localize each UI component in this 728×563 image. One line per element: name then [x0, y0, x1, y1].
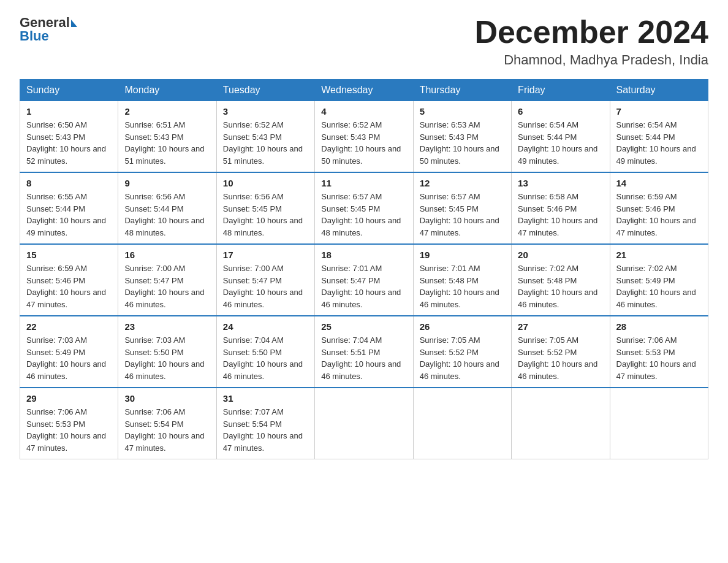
calendar-week-row: 22Sunrise: 7:03 AMSunset: 5:49 PMDayligh…	[20, 316, 708, 388]
calendar-day-cell: 23Sunrise: 7:03 AMSunset: 5:50 PMDayligh…	[118, 316, 216, 388]
calendar-day-cell: 25Sunrise: 7:04 AMSunset: 5:51 PMDayligh…	[315, 316, 413, 388]
calendar-day-cell: 12Sunrise: 6:57 AMSunset: 5:45 PMDayligh…	[413, 172, 511, 244]
day-info: Sunrise: 6:59 AMSunset: 5:46 PMDaylight:…	[616, 191, 702, 239]
day-number: 13	[518, 178, 603, 188]
calendar-day-cell: 21Sunrise: 7:02 AMSunset: 5:49 PMDayligh…	[610, 244, 708, 316]
calendar-day-cell: 20Sunrise: 7:02 AMSunset: 5:48 PMDayligh…	[512, 244, 610, 316]
day-info: Sunrise: 7:03 AMSunset: 5:49 PMDaylight:…	[26, 334, 112, 382]
day-info: Sunrise: 7:00 AMSunset: 5:47 PMDaylight:…	[223, 262, 308, 310]
day-number: 26	[420, 321, 505, 332]
day-info: Sunrise: 7:02 AMSunset: 5:49 PMDaylight:…	[616, 262, 702, 310]
day-info: Sunrise: 6:55 AMSunset: 5:44 PMDaylight:…	[26, 191, 112, 239]
calendar-day-cell: 16Sunrise: 7:00 AMSunset: 5:47 PMDayligh…	[118, 244, 216, 316]
day-number: 25	[321, 321, 406, 332]
day-number: 29	[26, 393, 112, 404]
day-number: 14	[616, 178, 702, 188]
calendar-day-cell: 6Sunrise: 6:54 AMSunset: 5:44 PMDaylight…	[512, 101, 610, 173]
day-number: 10	[223, 178, 308, 188]
location-subtitle: Dhamnod, Madhya Pradesh, India	[474, 52, 708, 68]
day-info: Sunrise: 7:05 AMSunset: 5:52 PMDaylight:…	[518, 334, 603, 382]
day-number: 23	[124, 321, 210, 332]
day-number: 7	[616, 106, 702, 117]
column-header-monday: Monday	[118, 80, 216, 101]
calendar-day-cell: 28Sunrise: 7:06 AMSunset: 5:53 PMDayligh…	[610, 316, 708, 388]
day-info: Sunrise: 7:00 AMSunset: 5:47 PMDaylight:…	[124, 262, 210, 310]
day-info: Sunrise: 7:01 AMSunset: 5:47 PMDaylight:…	[321, 262, 406, 310]
day-info: Sunrise: 7:02 AMSunset: 5:48 PMDaylight:…	[518, 262, 603, 310]
calendar-day-cell: 18Sunrise: 7:01 AMSunset: 5:47 PMDayligh…	[315, 244, 413, 316]
calendar-day-cell	[413, 388, 511, 459]
calendar-day-cell: 9Sunrise: 6:56 AMSunset: 5:44 PMDaylight…	[118, 172, 216, 244]
day-info: Sunrise: 6:50 AMSunset: 5:43 PMDaylight:…	[26, 119, 112, 167]
day-info: Sunrise: 7:07 AMSunset: 5:54 PMDaylight:…	[223, 406, 308, 454]
column-header-saturday: Saturday	[610, 80, 708, 101]
calendar-day-cell: 11Sunrise: 6:57 AMSunset: 5:45 PMDayligh…	[315, 172, 413, 244]
day-number: 17	[223, 250, 308, 260]
day-number: 2	[124, 106, 210, 117]
day-number: 9	[124, 178, 210, 188]
day-number: 3	[223, 106, 308, 117]
day-info: Sunrise: 6:54 AMSunset: 5:44 PMDaylight:…	[518, 119, 603, 167]
calendar-table: SundayMondayTuesdayWednesdayThursdayFrid…	[20, 79, 708, 459]
calendar-week-row: 8Sunrise: 6:55 AMSunset: 5:44 PMDaylight…	[20, 172, 708, 244]
calendar-day-cell: 2Sunrise: 6:51 AMSunset: 5:43 PMDaylight…	[118, 101, 216, 173]
day-info: Sunrise: 6:57 AMSunset: 5:45 PMDaylight:…	[321, 191, 406, 239]
day-number: 4	[321, 106, 406, 117]
day-number: 22	[26, 321, 112, 332]
calendar-day-cell: 10Sunrise: 6:56 AMSunset: 5:45 PMDayligh…	[216, 172, 314, 244]
calendar-day-cell: 26Sunrise: 7:05 AMSunset: 5:52 PMDayligh…	[413, 316, 511, 388]
calendar-week-row: 15Sunrise: 6:59 AMSunset: 5:46 PMDayligh…	[20, 244, 708, 316]
calendar-day-cell: 1Sunrise: 6:50 AMSunset: 5:43 PMDaylight…	[20, 101, 118, 173]
day-number: 8	[26, 178, 112, 188]
calendar-day-cell: 17Sunrise: 7:00 AMSunset: 5:47 PMDayligh…	[216, 244, 314, 316]
day-info: Sunrise: 7:05 AMSunset: 5:52 PMDaylight:…	[420, 334, 505, 382]
calendar-week-row: 1Sunrise: 6:50 AMSunset: 5:43 PMDaylight…	[20, 101, 708, 173]
column-header-friday: Friday	[512, 80, 610, 101]
calendar-day-cell: 15Sunrise: 6:59 AMSunset: 5:46 PMDayligh…	[20, 244, 118, 316]
calendar-header-row: SundayMondayTuesdayWednesdayThursdayFrid…	[20, 80, 708, 101]
day-number: 24	[223, 321, 308, 332]
day-number: 20	[518, 250, 603, 260]
day-number: 19	[420, 250, 505, 260]
calendar-day-cell: 7Sunrise: 6:54 AMSunset: 5:44 PMDaylight…	[610, 101, 708, 173]
day-number: 18	[321, 250, 406, 260]
day-number: 5	[420, 106, 505, 117]
day-info: Sunrise: 6:52 AMSunset: 5:43 PMDaylight:…	[321, 119, 406, 167]
calendar-day-cell: 14Sunrise: 6:59 AMSunset: 5:46 PMDayligh…	[610, 172, 708, 244]
day-info: Sunrise: 7:06 AMSunset: 5:54 PMDaylight:…	[124, 406, 210, 454]
day-info: Sunrise: 6:59 AMSunset: 5:46 PMDaylight:…	[26, 262, 112, 310]
calendar-day-cell: 29Sunrise: 7:06 AMSunset: 5:53 PMDayligh…	[20, 388, 118, 459]
day-info: Sunrise: 7:06 AMSunset: 5:53 PMDaylight:…	[26, 406, 112, 454]
day-number: 1	[26, 106, 112, 117]
calendar-day-cell: 8Sunrise: 6:55 AMSunset: 5:44 PMDaylight…	[20, 172, 118, 244]
day-number: 16	[124, 250, 210, 260]
day-info: Sunrise: 6:56 AMSunset: 5:45 PMDaylight:…	[223, 191, 308, 239]
calendar-day-cell: 31Sunrise: 7:07 AMSunset: 5:54 PMDayligh…	[216, 388, 314, 459]
day-number: 30	[124, 393, 210, 404]
day-number: 15	[26, 250, 112, 260]
month-year-title: December 2024	[474, 15, 708, 50]
logo: General Blue	[20, 15, 77, 44]
calendar-day-cell: 30Sunrise: 7:06 AMSunset: 5:54 PMDayligh…	[118, 388, 216, 459]
day-info: Sunrise: 7:06 AMSunset: 5:53 PMDaylight:…	[616, 334, 702, 382]
day-info: Sunrise: 6:53 AMSunset: 5:43 PMDaylight:…	[420, 119, 505, 167]
day-info: Sunrise: 6:54 AMSunset: 5:44 PMDaylight:…	[616, 119, 702, 167]
day-number: 6	[518, 106, 603, 117]
calendar-day-cell: 5Sunrise: 6:53 AMSunset: 5:43 PMDaylight…	[413, 101, 511, 173]
day-info: Sunrise: 6:58 AMSunset: 5:46 PMDaylight:…	[518, 191, 603, 239]
day-number: 27	[518, 321, 603, 332]
day-info: Sunrise: 6:57 AMSunset: 5:45 PMDaylight:…	[420, 191, 505, 239]
column-header-tuesday: Tuesday	[216, 80, 314, 101]
calendar-day-cell	[315, 388, 413, 459]
day-info: Sunrise: 7:01 AMSunset: 5:48 PMDaylight:…	[420, 262, 505, 310]
calendar-day-cell	[512, 388, 610, 459]
calendar-day-cell: 22Sunrise: 7:03 AMSunset: 5:49 PMDayligh…	[20, 316, 118, 388]
logo-triangle-icon	[71, 20, 77, 27]
day-number: 11	[321, 178, 406, 188]
column-header-sunday: Sunday	[20, 80, 118, 101]
calendar-day-cell: 19Sunrise: 7:01 AMSunset: 5:48 PMDayligh…	[413, 244, 511, 316]
calendar-day-cell: 27Sunrise: 7:05 AMSunset: 5:52 PMDayligh…	[512, 316, 610, 388]
page-header: General Blue December 2024 Dhamnod, Madh…	[20, 15, 708, 68]
calendar-day-cell: 13Sunrise: 6:58 AMSunset: 5:46 PMDayligh…	[512, 172, 610, 244]
day-info: Sunrise: 6:56 AMSunset: 5:44 PMDaylight:…	[124, 191, 210, 239]
